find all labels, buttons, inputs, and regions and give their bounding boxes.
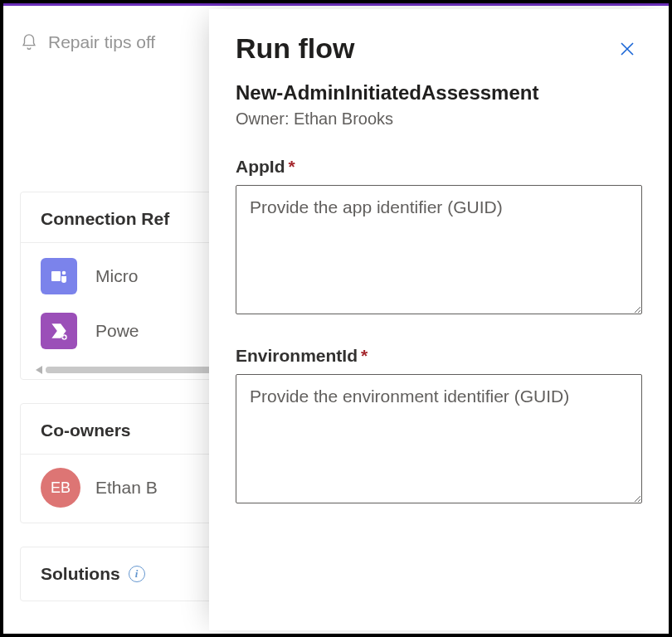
teams-icon bbox=[41, 258, 77, 294]
svg-rect-4 bbox=[64, 336, 66, 339]
run-flow-panel: Run flow New-AdminInitiatedAssessment Ow… bbox=[209, 9, 669, 630]
envid-input[interactable] bbox=[236, 374, 642, 503]
avatar: EB bbox=[41, 468, 80, 508]
scroll-left-icon bbox=[36, 366, 42, 374]
appid-label-text: AppId bbox=[236, 157, 285, 176]
required-asterisk: * bbox=[361, 346, 368, 365]
flow-owner-line: Owner: Ethan Brooks bbox=[236, 109, 642, 129]
svg-point-1 bbox=[62, 271, 66, 275]
envid-label-text: EnvironmentId bbox=[236, 346, 358, 365]
connection-label: Micro bbox=[95, 266, 138, 286]
appid-label: AppId* bbox=[236, 157, 295, 176]
repair-tips-label: Repair tips off bbox=[48, 32, 155, 52]
envid-field-group: EnvironmentId* bbox=[236, 346, 642, 507]
app-frame: Repair tips off Connection Ref Micro Pow… bbox=[0, 0, 672, 637]
info-icon[interactable]: i bbox=[129, 566, 145, 582]
window-accent-bar bbox=[3, 3, 669, 6]
coowner-name: Ethan B bbox=[95, 478, 158, 498]
required-asterisk: * bbox=[288, 157, 295, 176]
panel-title: Run flow bbox=[236, 32, 355, 65]
power-platform-icon bbox=[41, 313, 77, 349]
solutions-title: Solutions bbox=[41, 564, 120, 584]
background-page: Repair tips off Connection Ref Micro Pow… bbox=[3, 9, 211, 634]
appid-field-group: AppId* bbox=[236, 157, 642, 318]
connection-label: Powe bbox=[95, 321, 139, 341]
flow-name: New-AdminInitiatedAssessment bbox=[236, 81, 642, 105]
svg-rect-0 bbox=[51, 271, 61, 281]
envid-label: EnvironmentId* bbox=[236, 346, 368, 365]
close-icon bbox=[617, 39, 637, 59]
bell-icon bbox=[20, 33, 38, 51]
appid-input[interactable] bbox=[236, 185, 642, 314]
close-button[interactable] bbox=[612, 34, 642, 66]
repair-tips-toggle[interactable]: Repair tips off bbox=[20, 26, 211, 59]
